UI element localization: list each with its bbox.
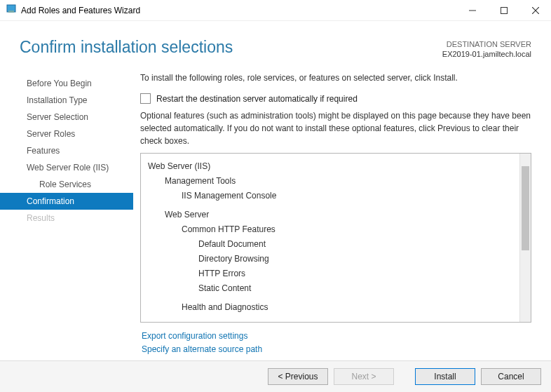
window-controls (456, 0, 551, 21)
install-button[interactable]: Install (415, 368, 475, 385)
sidebar-item-installation-type[interactable]: Installation Type (0, 92, 133, 109)
tree-item: Health and Diagnostics (148, 300, 512, 315)
tree-item: Web Server (IIS) (148, 159, 512, 174)
tree-item: Directory Browsing (148, 252, 512, 266)
titlebar: Add Roles and Features Wizard (0, 0, 551, 21)
destination-block: DESTINATION SERVER EX2019-01.jamiltech.l… (442, 39, 531, 60)
wizard-header: Confirm installation selections DESTINAT… (0, 21, 551, 65)
app-icon (6, 4, 17, 17)
content-pane: To install the following roles, role ser… (133, 72, 551, 360)
tree-item: Web Server (148, 208, 512, 222)
sidebar-item-server-selection[interactable]: Server Selection (0, 109, 133, 126)
links-block: Export configuration settings Specify an… (140, 323, 531, 360)
selections-listbox[interactable]: Web Server (IIS) Management Tools IIS Ma… (140, 153, 531, 322)
svg-rect-1 (8, 11, 14, 13)
export-config-link[interactable]: Export configuration settings (142, 330, 531, 343)
tree-item: IIS Management Console (148, 189, 512, 203)
destination-name: EX2019-01.jamiltech.local (442, 49, 531, 59)
wizard-footer: < Previous Next > Install Cancel (0, 360, 551, 392)
listbox-scrollbar[interactable] (519, 154, 531, 321)
restart-checkbox-label: Restart the destination server automatic… (156, 94, 358, 104)
sidebar-item-server-roles[interactable]: Server Roles (0, 126, 133, 142)
page-title: Confirm installation selections (20, 38, 233, 57)
window-title: Add Roles and Features Wizard (21, 6, 140, 15)
next-button: Next > (334, 368, 394, 385)
sidebar-item-results: Results (0, 210, 133, 227)
alternate-source-link[interactable]: Specify an alternate source path (142, 343, 531, 356)
maximize-button[interactable] (488, 0, 519, 21)
optional-features-text: Optional features (such as administratio… (140, 109, 531, 147)
tree-item: Default Document (148, 237, 512, 252)
scrollbar-thumb[interactable] (522, 166, 529, 250)
minimize-button[interactable] (456, 0, 488, 21)
svg-rect-3 (501, 7, 507, 13)
restart-checkbox-row[interactable]: Restart the destination server automatic… (140, 93, 531, 104)
wizard-sidebar: Before You Begin Installation Type Serve… (0, 72, 133, 360)
destination-label: DESTINATION SERVER (442, 39, 531, 49)
tree-item: Static Content (148, 281, 512, 296)
tree-item: Common HTTP Features (148, 222, 512, 237)
tree-item: Management Tools (148, 174, 512, 189)
restart-checkbox[interactable] (140, 93, 151, 104)
sidebar-item-web-server-role[interactable]: Web Server Role (IIS) (0, 159, 133, 176)
sidebar-item-role-services[interactable]: Role Services (0, 176, 133, 193)
sidebar-item-before-you-begin[interactable]: Before You Begin (0, 75, 133, 92)
previous-button[interactable]: < Previous (268, 368, 328, 385)
intro-text: To install the following roles, role ser… (140, 72, 531, 84)
sidebar-item-features[interactable]: Features (0, 142, 133, 159)
cancel-button[interactable]: Cancel (481, 368, 541, 385)
close-button[interactable] (519, 0, 551, 21)
tree-item: HTTP Errors (148, 266, 512, 281)
sidebar-item-confirmation[interactable]: Confirmation (0, 193, 133, 210)
